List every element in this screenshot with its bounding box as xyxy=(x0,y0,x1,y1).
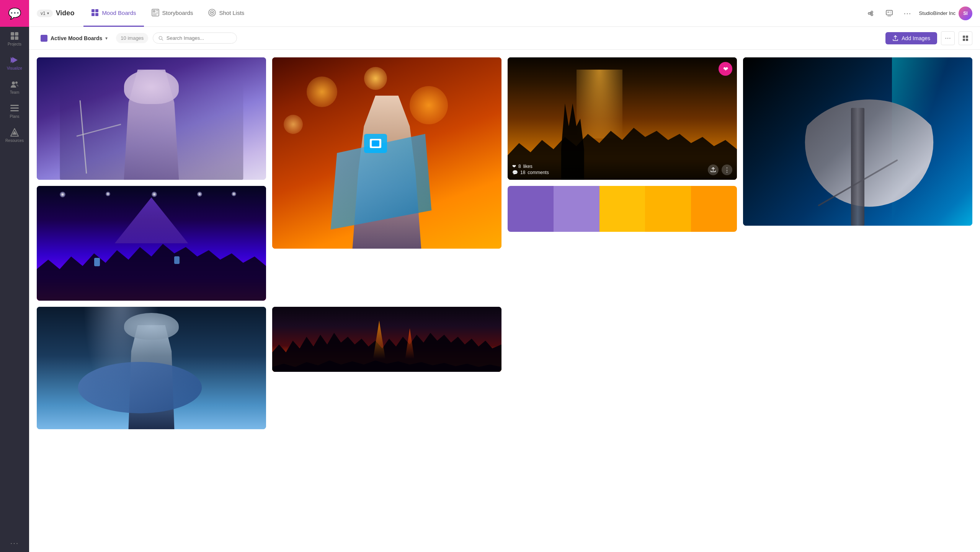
share-action-icon xyxy=(710,167,716,173)
svg-rect-22 xyxy=(153,15,157,15)
tab-mood-boards[interactable]: Mood Boards xyxy=(83,0,144,27)
svg-rect-16 xyxy=(95,13,98,16)
svg-rect-13 xyxy=(91,9,95,12)
svg-rect-35 xyxy=(966,36,968,38)
avatar-initials: SI xyxy=(963,11,967,16)
toolbar-more-btn[interactable]: ⋯ xyxy=(941,31,955,45)
svg-rect-14 xyxy=(95,9,98,12)
projects-icon xyxy=(10,31,19,41)
main-content: v1 ▾ Video Mood Boards xyxy=(29,0,980,552)
likes-row-3: ❤ 8 likes xyxy=(512,164,549,169)
more-options-btn[interactable]: ⋯ xyxy=(901,7,915,20)
storyboards-label: Storyboards xyxy=(162,10,193,16)
comments-label-3: comments xyxy=(528,170,549,175)
svg-rect-10 xyxy=(10,110,19,111)
grid-item-8[interactable] xyxy=(272,307,501,372)
sidebar-resources-label: Resources xyxy=(5,138,24,143)
toolbar-grid-btn[interactable] xyxy=(959,31,972,45)
grid-item-2[interactable] xyxy=(272,57,501,249)
share-action-btn-3[interactable] xyxy=(708,164,719,175)
sidebar-item-resources[interactable]: Resources xyxy=(0,123,29,147)
nav-right: ⋯ StudioBinder Inc SI xyxy=(864,7,972,20)
svg-rect-15 xyxy=(91,13,95,16)
color-swatch-item[interactable] xyxy=(508,186,737,232)
resources-icon xyxy=(10,128,19,137)
version-badge[interactable]: v1 ▾ xyxy=(37,10,53,17)
svg-rect-19 xyxy=(156,10,158,11)
grid-view-icon xyxy=(962,35,969,41)
likes-count-3: 8 xyxy=(518,164,521,169)
sidebar: 💬 Projects Visualize xyxy=(0,0,29,552)
user-info[interactable]: StudioBinder Inc SI xyxy=(919,7,972,20)
heart-badge-3[interactable]: ❤ xyxy=(719,62,732,76)
sidebar-projects-label: Projects xyxy=(8,42,21,46)
sidebar-item-team[interactable]: Team xyxy=(0,75,29,99)
svg-rect-29 xyxy=(887,11,889,13)
sidebar-item-projects[interactable]: Projects xyxy=(0,27,29,51)
svg-line-33 xyxy=(162,39,163,40)
swatch-1 xyxy=(508,186,554,232)
sidebar-team-label: Team xyxy=(10,90,19,94)
masonry-grid: ❤ ❤ 8 likes 💬 18 comments xyxy=(37,57,972,429)
grid-item-3[interactable]: ❤ ❤ 8 likes 💬 18 comments xyxy=(508,57,737,180)
image-count: 10 images xyxy=(116,33,148,43)
sidebar-visualize-label: Visualize xyxy=(7,66,22,70)
storyboards-icon xyxy=(152,9,159,16)
shot-lists-icon xyxy=(208,9,216,16)
user-name: StudioBinder Inc xyxy=(919,10,956,16)
search-box xyxy=(153,33,237,44)
svg-rect-9 xyxy=(10,107,19,109)
tab-shot-lists[interactable]: Shot Lists xyxy=(201,0,252,27)
share-icon-btn[interactable] xyxy=(864,7,878,20)
svg-rect-0 xyxy=(11,32,14,36)
top-navigation: v1 ▾ Video Mood Boards xyxy=(29,0,980,27)
svg-point-7 xyxy=(15,81,18,84)
item-3-actions: ⋮ xyxy=(708,164,732,175)
likes-label-3: likes xyxy=(523,164,532,169)
download-icon xyxy=(885,10,893,17)
grid-item-5[interactable] xyxy=(37,186,266,301)
sidebar-item-visualize[interactable]: Visualize xyxy=(0,51,29,75)
board-selector-label: Active Mood Boards xyxy=(51,35,102,41)
svg-rect-36 xyxy=(963,39,965,41)
sidebar-plans-label: Plans xyxy=(10,114,19,119)
avatar: SI xyxy=(959,7,972,20)
download-icon-btn[interactable] xyxy=(882,7,896,20)
svg-rect-18 xyxy=(153,10,155,13)
project-title: Video xyxy=(56,9,75,17)
image-grid-container: ❤ ❤ 8 likes 💬 18 comments xyxy=(29,50,980,552)
search-icon xyxy=(158,36,163,41)
svg-rect-21 xyxy=(153,13,158,14)
svg-rect-8 xyxy=(10,105,19,106)
svg-point-6 xyxy=(12,81,15,85)
shot-lists-label: Shot Lists xyxy=(219,10,244,16)
comment-icon-stat: 💬 xyxy=(512,170,518,175)
sidebar-logo[interactable]: 💬 xyxy=(0,0,29,27)
grid-item-1[interactable] xyxy=(37,57,266,180)
sidebar-item-more[interactable]: ··· xyxy=(0,534,29,552)
comments-row-3: 💬 18 comments xyxy=(512,170,549,175)
svg-point-25 xyxy=(211,12,213,13)
comments-count-3: 18 xyxy=(520,170,525,175)
tab-storyboards[interactable]: Storyboards xyxy=(144,0,201,27)
swatch-2 xyxy=(554,186,599,232)
heart-icon-stat: ❤ xyxy=(512,164,516,169)
svg-rect-20 xyxy=(156,12,158,13)
board-color-indicator xyxy=(41,35,47,42)
toolbar: Active Mood Boards ▾ 10 images Add Image… xyxy=(29,27,980,50)
team-icon xyxy=(10,80,19,89)
search-input[interactable] xyxy=(167,35,232,41)
board-selector[interactable]: Active Mood Boards ▾ xyxy=(37,33,111,44)
grid-item-7[interactable] xyxy=(37,307,266,429)
board-selector-chevron-icon: ▾ xyxy=(105,36,108,41)
share-icon xyxy=(867,10,875,17)
add-images-button[interactable]: Add Images xyxy=(885,32,937,44)
grid-item-4[interactable] xyxy=(743,57,972,226)
more-action-btn-3[interactable]: ⋮ xyxy=(722,164,732,175)
nav-tabs: Mood Boards Storyboards xyxy=(83,0,861,27)
item-3-stats: ❤ 8 likes 💬 18 comments xyxy=(512,164,549,175)
mood-boards-label: Mood Boards xyxy=(102,10,136,16)
toolbar-right: Add Images ⋯ xyxy=(885,31,972,45)
sidebar-item-plans[interactable]: Plans xyxy=(0,99,29,123)
logo-icon: 💬 xyxy=(8,7,21,20)
